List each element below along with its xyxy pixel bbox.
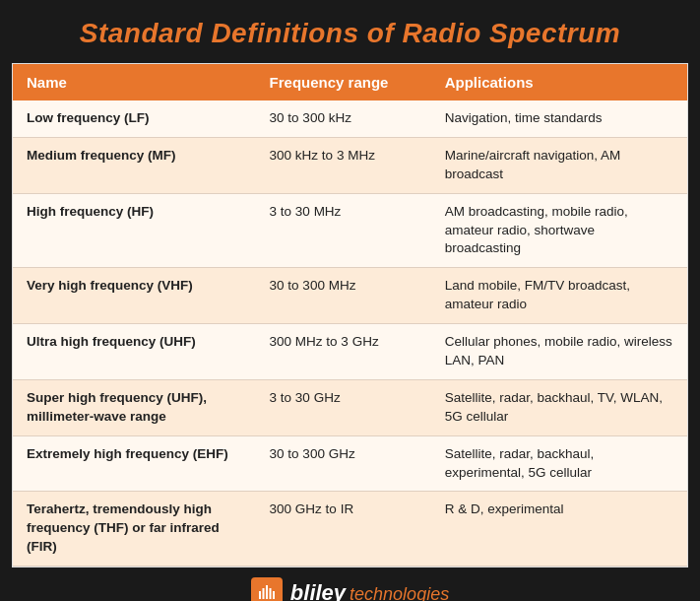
logo-svg	[257, 583, 277, 601]
title-bar: Standard Definitions of Radio Spectrum	[0, 0, 700, 63]
cell-applications: Navigation, time standards	[431, 100, 687, 137]
cell-name: Terahertz, tremendously high frequency (…	[13, 492, 256, 567]
brand-suffix: technologies	[350, 584, 449, 601]
cell-name: Super high frequency (UHF), millimeter-w…	[13, 379, 256, 435]
cell-frequency: 300 MHz to 3 GHz	[256, 324, 431, 380]
table-row: Ultra high frequency (UHF)300 MHz to 3 G…	[13, 324, 687, 380]
col-header-applications: Applications	[431, 64, 687, 100]
table-container: Name Frequency range Applications Low fr…	[12, 63, 688, 568]
logo: bliley technologies	[251, 577, 449, 601]
cell-frequency: 30 to 300 MHz	[256, 268, 431, 324]
cell-applications: Land mobile, FM/TV broadcast, amateur ra…	[431, 268, 687, 324]
footer: bliley technologies	[0, 568, 700, 601]
col-header-frequency: Frequency range	[256, 64, 431, 100]
cell-applications: Cellular phones, mobile radio, wireless …	[431, 324, 687, 380]
cell-name: Very high frequency (VHF)	[13, 268, 256, 324]
table-row: Very high frequency (VHF)30 to 300 MHzLa…	[13, 268, 687, 324]
table-row: Low frequency (LF)30 to 300 kHzNavigatio…	[13, 100, 687, 137]
cell-applications: AM broadcasting, mobile radio, amateur r…	[431, 193, 687, 268]
brand-name: bliley	[290, 580, 346, 601]
table-row: Terahertz, tremendously high frequency (…	[13, 492, 687, 567]
cell-frequency: 300 kHz to 3 MHz	[256, 137, 431, 193]
cell-frequency: 30 to 300 kHz	[256, 100, 431, 137]
table-row: High frequency (HF)3 to 30 MHzAM broadca…	[13, 193, 687, 268]
cell-frequency: 30 to 300 GHz	[256, 435, 431, 492]
cell-name: Medium frequency (MF)	[13, 137, 256, 193]
cell-name: Low frequency (LF)	[13, 100, 256, 137]
cell-applications: Satellite, radar, backhaul, experimental…	[431, 435, 687, 492]
svg-rect-1	[262, 588, 264, 599]
svg-rect-0	[259, 591, 261, 599]
spectrum-table: Name Frequency range Applications Low fr…	[13, 64, 687, 567]
cell-frequency: 3 to 30 MHz	[256, 193, 431, 268]
svg-rect-4	[273, 591, 275, 599]
table-row: Medium frequency (MF)300 kHz to 3 MHzMar…	[13, 137, 687, 193]
cell-name: Ultra high frequency (UHF)	[13, 324, 256, 380]
svg-rect-3	[269, 588, 271, 599]
col-header-name: Name	[13, 64, 256, 100]
svg-rect-2	[266, 585, 268, 599]
cell-applications: Satellite, radar, backhaul, TV, WLAN, 5G…	[431, 379, 687, 435]
footer-text: bliley technologies	[290, 580, 449, 601]
table-row: Super high frequency (UHF), millimeter-w…	[13, 379, 687, 435]
cell-name: High frequency (HF)	[13, 193, 256, 268]
table-header-row: Name Frequency range Applications	[13, 64, 687, 100]
cell-applications: R & D, experimental	[431, 492, 687, 567]
table-row: Extremely high frequency (EHF)30 to 300 …	[13, 435, 687, 492]
cell-frequency: 3 to 30 GHz	[256, 379, 431, 435]
logo-icon	[251, 577, 283, 601]
page-title: Standard Definitions of Radio Spectrum	[20, 18, 680, 49]
cell-frequency: 300 GHz to IR	[256, 492, 431, 567]
cell-name: Extremely high frequency (EHF)	[13, 435, 256, 492]
cell-applications: Marine/aircraft navigation, AM broadcast	[431, 137, 687, 193]
